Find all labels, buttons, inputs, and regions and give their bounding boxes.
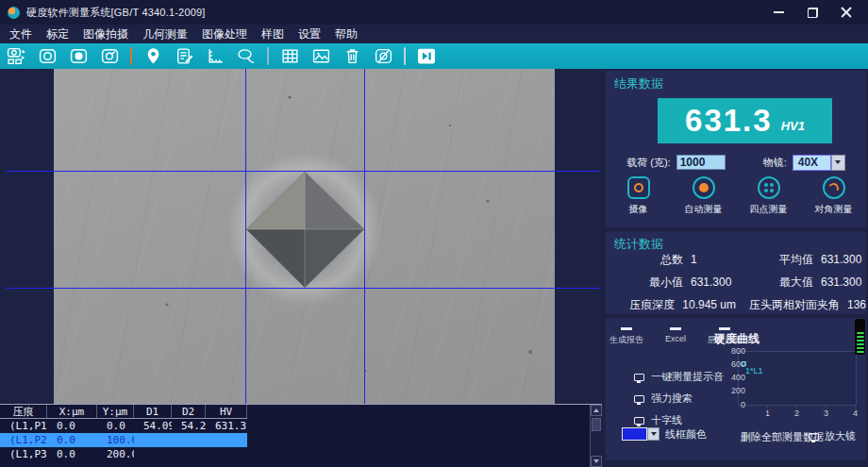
x-tick: 1: [765, 409, 770, 418]
y-tick: 0: [713, 400, 745, 409]
objective-dropdown-button[interactable]: [831, 155, 845, 171]
toggle-crosshair[interactable]: 十字线: [634, 413, 682, 427]
menu-settings[interactable]: 设置: [298, 26, 321, 42]
objective-value: 40X: [793, 155, 831, 171]
strong-search-label: 强力搜索: [651, 392, 693, 406]
generate-report-button[interactable]: 生成报告: [609, 327, 643, 346]
line-color-label: 线框颜色: [665, 427, 707, 442]
cell-d1: 54.09: [134, 420, 172, 432]
menu-image-capture[interactable]: 图像拍摄: [83, 26, 128, 42]
statistics-header: 统计数据: [614, 236, 663, 253]
minimize-button[interactable]: [764, 3, 793, 22]
camera-off-icon[interactable]: [373, 46, 393, 67]
specimen-image: [54, 69, 555, 404]
load-label: 载荷 (克):: [626, 156, 670, 170]
auto-measure-button[interactable]: 自动测量: [675, 176, 733, 216]
menu-calibration[interactable]: 标定: [46, 26, 69, 42]
menu-file[interactable]: 文件: [9, 26, 32, 42]
level-indicator: [855, 319, 865, 355]
tools-card: 生成报告 Excel 层深计算 一键测量提示音 强力搜索: [606, 318, 866, 460]
cell-y: 200.0: [97, 448, 134, 460]
menu-bar: 文件 标定 图像拍摄 几何测量 图像处理 样图 设置 帮助: [0, 25, 868, 43]
capture-button[interactable]: 摄像: [609, 176, 668, 216]
table-row[interactable]: (L1,P1) 0.0 0.0 54.09 54.27 631.3: [0, 419, 247, 433]
cell-d2: 54.27: [172, 420, 206, 432]
camera-frame-icon: [627, 176, 650, 199]
cell-y: 100.0: [97, 434, 134, 446]
toggle-strong-search[interactable]: 强力搜索: [634, 392, 693, 406]
y-tick: 200: [713, 386, 745, 395]
report-icon: [621, 327, 632, 330]
line-color-select[interactable]: [622, 427, 659, 441]
menu-geometry-measure[interactable]: 几何测量: [142, 26, 188, 42]
x-tick: 3: [824, 409, 828, 418]
camera-settings-icon[interactable]: [99, 46, 120, 67]
excel-icon: [670, 327, 681, 330]
cell-indent: (L1,P1): [0, 420, 47, 432]
four-point-measure-button[interactable]: 四点测量: [740, 176, 798, 216]
excel-export-button[interactable]: Excel: [659, 327, 692, 346]
y-tick: 800: [713, 346, 745, 356]
hardness-curve-plot: 1*L1: [738, 351, 857, 406]
menu-image-process[interactable]: 图像处理: [202, 26, 247, 42]
hardness-value-display: 631.3 HV1: [658, 98, 832, 143]
result-header: 结果数据: [614, 75, 663, 92]
col-header-d2: D2: [172, 405, 206, 418]
depth-value: 10.945 um: [682, 298, 736, 311]
camera-capture-icon[interactable]: [37, 46, 58, 67]
image-gallery-icon[interactable]: [310, 46, 331, 67]
close-button[interactable]: [832, 3, 860, 22]
menu-help[interactable]: 帮助: [335, 26, 358, 42]
total-value: 1: [691, 253, 697, 266]
data-grid-icon[interactable]: [279, 46, 300, 67]
table-scrollbar[interactable]: [590, 405, 602, 467]
diagonal-label: 对角测量: [815, 203, 853, 216]
image-viewport[interactable]: [0, 69, 602, 404]
arrow-up-icon: [593, 409, 599, 412]
crosshair-label: 十字线: [651, 413, 682, 427]
chart-title: 硬度曲线: [714, 331, 760, 347]
cell-hv: 631.3: [206, 420, 247, 432]
col-header-hv: HV: [206, 405, 247, 418]
capture-label: 摄像: [629, 203, 648, 216]
report-edit-icon[interactable]: [174, 46, 194, 67]
scroll-up-button[interactable]: [591, 405, 602, 416]
restore-icon: [808, 8, 818, 18]
depth-label: 压痕深度: [606, 297, 675, 313]
camera-record-icon[interactable]: [68, 46, 89, 67]
ruler-icon[interactable]: [205, 46, 225, 67]
magnifier-toggle[interactable]: 放大镜: [809, 429, 856, 443]
monitor-icon: [634, 417, 644, 425]
chevron-down-icon: [835, 160, 841, 164]
title-bar: 硬度软件测量系统[GB/T 4340.1-2009]: [0, 0, 868, 25]
camera-connect-icon[interactable]: [6, 46, 26, 67]
col-header-d1: D1: [134, 405, 172, 418]
col-header-y: Y:μm: [97, 405, 134, 418]
monitor-icon: [634, 374, 644, 381]
trash-icon[interactable]: [342, 46, 362, 67]
toggle-beep-sound[interactable]: 一键测量提示音: [634, 370, 724, 384]
objective-select[interactable]: 40X: [793, 155, 845, 171]
scrollbar-thumb[interactable]: [592, 418, 601, 431]
max-label: 最大值: [736, 275, 813, 291]
load-input[interactable]: [676, 155, 726, 170]
table-row[interactable]: (L1,P3) 0.0 200.0: [0, 447, 247, 461]
line-color-dropdown-button[interactable]: [647, 427, 659, 441]
toolbar-separator: [130, 47, 132, 65]
four-point-label: 四点测量: [750, 203, 788, 216]
objective-label: 物镜:: [763, 156, 787, 170]
lasso-select-icon[interactable]: [236, 46, 257, 67]
hardness-unit: HV1: [781, 119, 805, 133]
case-depth-icon: [719, 327, 730, 330]
step-run-icon[interactable]: [416, 46, 437, 67]
marker-pin-icon[interactable]: [142, 46, 163, 67]
restore-button[interactable]: [798, 3, 826, 22]
excel-label: Excel: [665, 334, 686, 343]
scroll-down-button[interactable]: [591, 456, 602, 467]
col-header-x: X:μm: [47, 405, 97, 418]
table-row-selected[interactable]: (L1,P2) 0.0 100.0: [0, 433, 247, 447]
menu-sample[interactable]: 样图: [261, 26, 284, 42]
indentation-mark: [54, 69, 555, 404]
diagonal-measure-button[interactable]: 对角测量: [805, 176, 863, 216]
toolbar-separator: [267, 47, 269, 65]
